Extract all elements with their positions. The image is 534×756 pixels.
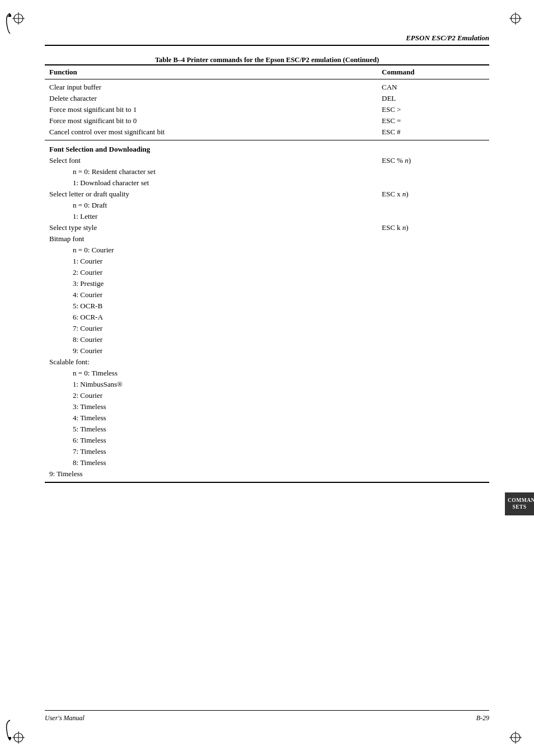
table-row: 1: NimbusSans® bbox=[45, 379, 489, 390]
command-cell bbox=[377, 312, 489, 323]
table-row: Bitmap font bbox=[45, 233, 489, 245]
page-footer: User's Manual B-29 bbox=[45, 710, 489, 722]
table-row: 4: Timeless bbox=[45, 412, 489, 424]
command-cell bbox=[377, 379, 489, 390]
function-cell: 2: Courier bbox=[45, 267, 377, 278]
command-cell bbox=[377, 140, 489, 156]
function-cell: 6: OCR-A bbox=[45, 312, 377, 323]
table-row: Font Selection and Downloading bbox=[45, 140, 489, 156]
table-row: 4: Courier bbox=[45, 289, 489, 300]
table-row: 3: Timeless bbox=[45, 401, 489, 412]
corner-mark-bl bbox=[10, 729, 27, 746]
command-sets-tab: COMMAND SETS bbox=[505, 492, 534, 515]
command-header: Command bbox=[377, 65, 489, 79]
function-cell: 8: Timeless bbox=[45, 457, 377, 468]
table-row: 3: Prestige bbox=[45, 278, 489, 289]
function-cell: 9: Courier bbox=[45, 345, 377, 356]
table-row: Select fontESC % n) bbox=[45, 155, 489, 166]
function-cell: Clear input buffer bbox=[45, 79, 377, 93]
side-tab-line1: COMMAND bbox=[508, 497, 534, 503]
command-cell bbox=[377, 200, 489, 211]
table-row: Select letter or draft qualityESC x n) bbox=[45, 189, 489, 200]
side-tab-line2: SETS bbox=[512, 504, 526, 510]
table-row: 8: Courier bbox=[45, 334, 489, 345]
function-cell: Delete character bbox=[45, 93, 377, 104]
function-cell: n = 0: Draft bbox=[45, 200, 377, 211]
table-header-row: Function Command bbox=[45, 65, 489, 79]
command-cell bbox=[377, 368, 489, 379]
table-row: Clear input bufferCAN bbox=[45, 79, 489, 93]
table-row: 2: Courier bbox=[45, 267, 489, 278]
function-cell: Scalable font: bbox=[45, 356, 377, 368]
function-cell: 9: Timeless bbox=[45, 468, 377, 482]
function-cell: 2: Courier bbox=[45, 390, 377, 401]
command-cell bbox=[377, 345, 489, 356]
command-cell bbox=[377, 334, 489, 345]
command-cell: ESC % n) bbox=[377, 155, 489, 166]
function-cell: n = 0: Resident character set bbox=[45, 166, 377, 177]
table-row: Force most significant bit to 0ESC = bbox=[45, 115, 489, 126]
command-cell bbox=[377, 435, 489, 446]
function-cell: Font Selection and Downloading bbox=[45, 140, 377, 156]
function-header: Function bbox=[45, 65, 377, 79]
table-row: 9: Timeless bbox=[45, 468, 489, 482]
table-row: n = 0: Courier bbox=[45, 245, 489, 256]
command-cell bbox=[377, 390, 489, 401]
table-row: 6: OCR-A bbox=[45, 312, 489, 323]
function-cell: 1: Download character set bbox=[45, 177, 377, 189]
command-cell bbox=[377, 424, 489, 435]
table-row: 5: OCR-B bbox=[45, 300, 489, 312]
binding-mark-top bbox=[4, 12, 11, 37]
command-cell: ESC x n) bbox=[377, 189, 489, 200]
command-cell bbox=[377, 233, 489, 245]
table-row: Cancel control over most significant bit… bbox=[45, 126, 489, 140]
table-row: 7: Timeless bbox=[45, 446, 489, 457]
command-cell: ESC > bbox=[377, 104, 489, 115]
table-row: 5: Timeless bbox=[45, 424, 489, 435]
function-cell: 5: OCR-B bbox=[45, 300, 377, 312]
table-row: 1: Courier bbox=[45, 256, 489, 267]
table-row: 6: Timeless bbox=[45, 435, 489, 446]
command-cell bbox=[377, 289, 489, 300]
command-cell bbox=[377, 177, 489, 189]
function-cell: Select letter or draft quality bbox=[45, 189, 377, 200]
function-cell: 1: Courier bbox=[45, 256, 377, 267]
table-row: 7: Courier bbox=[45, 323, 489, 334]
main-table: Function Command Clear input bufferCANDe… bbox=[45, 64, 489, 483]
corner-mark-br bbox=[507, 729, 524, 746]
table-row: n = 0: Resident character set bbox=[45, 166, 489, 177]
command-cell bbox=[377, 166, 489, 177]
footer-left: User's Manual bbox=[45, 714, 85, 722]
footer-right: B-29 bbox=[476, 714, 489, 722]
function-cell: n = 0: Courier bbox=[45, 245, 377, 256]
command-cell bbox=[377, 412, 489, 424]
command-cell bbox=[377, 457, 489, 468]
command-cell bbox=[377, 446, 489, 457]
command-cell: ESC # bbox=[377, 126, 489, 140]
table-row: Scalable font: bbox=[45, 356, 489, 368]
function-cell: 3: Timeless bbox=[45, 401, 377, 412]
function-cell: Force most significant bit to 1 bbox=[45, 104, 377, 115]
table-row: 2: Courier bbox=[45, 390, 489, 401]
function-cell: 4: Timeless bbox=[45, 412, 377, 424]
function-cell: Bitmap font bbox=[45, 233, 377, 245]
function-cell: 8: Courier bbox=[45, 334, 377, 345]
command-cell: ESC k n) bbox=[377, 222, 489, 233]
function-cell: 4: Courier bbox=[45, 289, 377, 300]
function-cell: 7: Courier bbox=[45, 323, 377, 334]
table-row: 8: Timeless bbox=[45, 457, 489, 468]
command-cell: DEL bbox=[377, 93, 489, 104]
function-cell: 1: NimbusSans® bbox=[45, 379, 377, 390]
command-cell bbox=[377, 468, 489, 482]
table-row: 1: Letter bbox=[45, 211, 489, 222]
corner-mark-tl bbox=[10, 10, 27, 27]
table-row: n = 0: Timeless bbox=[45, 368, 489, 379]
function-cell: Force most significant bit to 0 bbox=[45, 115, 377, 126]
table-row: Delete characterDEL bbox=[45, 93, 489, 104]
table-row: n = 0: Draft bbox=[45, 200, 489, 211]
command-cell bbox=[377, 245, 489, 256]
command-cell bbox=[377, 256, 489, 267]
binding-mark-bottom bbox=[4, 719, 11, 744]
command-cell bbox=[377, 323, 489, 334]
function-cell: n = 0: Timeless bbox=[45, 368, 377, 379]
